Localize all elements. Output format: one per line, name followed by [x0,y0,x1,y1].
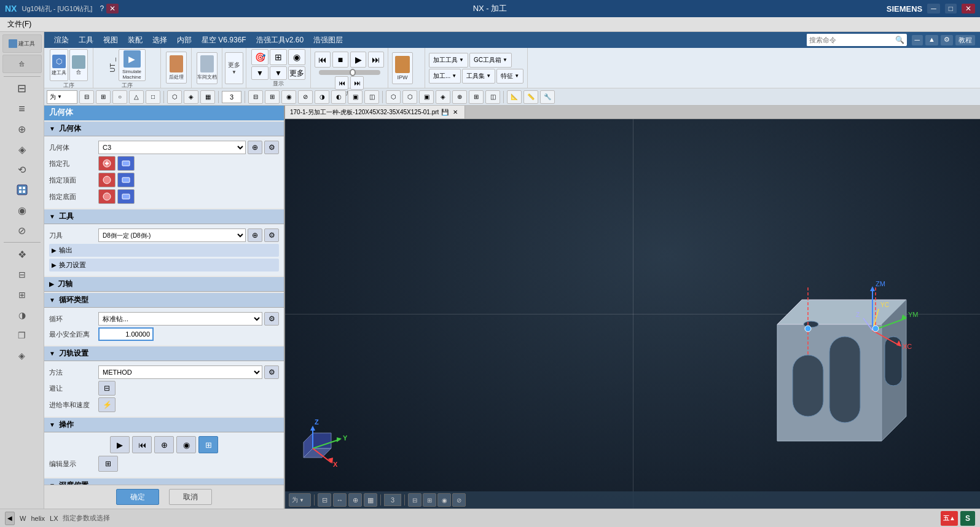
more-btn-1[interactable]: 更多 ▼ [225,52,243,84]
st-3d-1[interactable]: ⬡ [386,90,401,104]
nx-win-close2[interactable]: ⚙ [941,35,953,45]
vp-btn-3[interactable]: ⊕ [348,493,362,507]
st-dropdown-1[interactable]: 为 ▼ [47,90,77,104]
nx-menu-haoqiang[interactable]: 浩强工具v2.60 [251,34,308,47]
display-btn-5[interactable]: ▼ [270,66,287,80]
combine-btn[interactable]: 合 [69,49,88,81]
mfg-tool-btn1[interactable]: 加工工具 ▼ [429,53,468,68]
left-icon-13[interactable]: ❐ [9,326,35,345]
st-btn-4[interactable]: △ [129,90,144,104]
display-btn-6[interactable]: 更多 [288,66,305,80]
left-tool-combine[interactable]: 合 [2,55,42,73]
st-align-2[interactable]: ⊞ [265,90,280,104]
section-cycle-header[interactable]: ▼ 循环类型 [44,293,284,308]
section-depth-header[interactable]: ▼ 深度偏置 [44,478,284,485]
geom-edit-btn[interactable]: ⚙ [264,141,279,154]
left-tool-create[interactable]: 建工具 [2,34,42,53]
st-measure-2[interactable]: 📏 [523,90,538,104]
vp-btn-7[interactable]: ◉ [437,493,451,507]
specify-top-btn2[interactable] [117,173,135,187]
play-stop[interactable]: ■ [332,52,348,68]
tool-add-btn[interactable]: ⊕ [248,228,262,242]
left-icon-3[interactable]: ⊕ [9,119,35,139]
tool-change-subsection[interactable]: ▶ 换刀设置 [49,259,279,271]
section-path-header[interactable]: ▼ 刀轨设置 [44,346,284,361]
nx-menu-tools[interactable]: 工具 [74,34,98,47]
tool-edit-btn[interactable]: ⚙ [264,228,279,242]
section-ops-header[interactable]: ▼ 操作 [44,418,284,432]
nx-menu-render[interactable]: 渲染 [49,34,74,47]
vp-btn-1[interactable]: ⊟ [318,493,331,507]
left-icon-9[interactable]: ❖ [9,244,35,264]
gc-tool-btn[interactable]: GC工具箱 ▼ [469,53,512,68]
simulate-btn[interactable]: ▶ SimulateMachine [119,49,146,81]
vp-view-dropdown[interactable]: 为 ▼ [289,493,311,507]
display-btn-2[interactable]: ⊞ [270,49,287,65]
nx-menu-internal[interactable]: 内部 [172,34,197,47]
cancel-btn[interactable]: 取消 [169,489,212,505]
nx-menu-haotu[interactable]: 浩强图层 [308,34,348,47]
st-shape-3[interactable]: ▦ [200,90,215,104]
st-btn-2[interactable]: ⊞ [96,90,111,104]
left-icon-10[interactable]: ⊟ [9,265,35,284]
workshop-btn[interactable]: 车间文档 [197,52,218,84]
st-btn-3[interactable]: ○ [112,90,127,104]
geom-add-btn[interactable]: ⊕ [248,141,262,154]
specify-bottom-btn2[interactable] [117,189,135,204]
left-icon-12[interactable]: ◑ [9,305,35,325]
st-3d-5[interactable]: ⊕ [452,90,467,104]
file-tab-active[interactable]: 170-1-另加工一种-虎板-120X45X32-35X45X125-01.pr… [285,104,465,119]
win-close[interactable]: ✕ [962,4,975,14]
left-icon-8[interactable]: ⊘ [9,221,35,240]
left-icon-11[interactable]: ⊞ [9,285,35,305]
st-measure-3[interactable]: 🔧 [540,90,555,104]
win-max[interactable]: □ [945,4,957,14]
op-btn-4[interactable]: ◉ [176,436,196,453]
postprocess-btn[interactable]: 后处理 [166,52,187,84]
st-align-1[interactable]: ⊟ [248,90,263,104]
left-icon-7[interactable]: ◉ [9,200,35,220]
ipw-btn[interactable]: IPW [392,52,413,84]
specify-bottom-btn1[interactable] [98,189,116,204]
nx-menu-starsky[interactable]: 星空 V6.936F [197,34,251,47]
st-shape-1[interactable]: ⬡ [167,90,182,104]
edit-display-btn[interactable]: ⊞ [98,456,118,472]
nx-menu-select[interactable]: 选择 [147,34,172,47]
confirm-btn[interactable]: 确定 [116,489,159,505]
play-back-prev[interactable]: ⏮ [335,76,348,90]
st-3d-3[interactable]: ▣ [419,90,434,104]
file-tab-close[interactable]: ✕ [451,108,460,116]
nx-menu-view[interactable]: 视图 [98,34,123,47]
st-btn-filter[interactable]: ⊟ [79,90,94,104]
play-next[interactable]: ⏭ [368,52,384,68]
play-btn[interactable]: ▶ [350,52,366,68]
st-3d-2[interactable]: ⬡ [402,90,417,104]
avoid-btn[interactable]: ⊟ [98,381,116,396]
vp-btn-4[interactable]: ▦ [364,493,377,507]
st-3d-4[interactable]: ◈ [436,90,450,104]
display-btn-1[interactable]: 🎯 [251,49,269,65]
vp-btn-2[interactable]: ↔ [333,493,347,507]
display-btn-4[interactable]: ▼ [251,66,269,80]
nx-win-restore[interactable]: ▲ [925,35,938,45]
nx-menu-assemble[interactable]: 装配 [123,34,147,47]
st-btn-5[interactable]: □ [146,90,160,104]
st-align-3[interactable]: ◉ [281,90,296,104]
vp-btn-5[interactable]: ⊟ [408,493,421,507]
st-align-7[interactable]: ▣ [348,90,363,104]
op-btn-generate[interactable]: ⊞ [198,436,218,453]
op-btn-2[interactable]: ⏮ [132,436,152,453]
win-min[interactable]: ─ [927,4,940,14]
left-icon-6[interactable] [9,180,35,200]
vp-btn-8[interactable]: ⊘ [452,493,466,507]
mfg-btn2[interactable]: 加工... ▼ [429,69,461,84]
cycle-edit-btn[interactable]: ⚙ [264,312,279,326]
search-input[interactable] [807,34,893,46]
left-icon-14[interactable]: ◈ [9,346,35,365]
feedrate-btn[interactable]: ⚡ [98,397,116,412]
dialog-help[interactable]: ? [100,4,104,13]
nx-help[interactable]: 教程 [955,35,975,45]
op-btn-3[interactable]: ⊕ [154,436,174,453]
geometry-select[interactable]: C3 [98,141,246,154]
left-icon-1[interactable]: ⊟ [9,79,35,98]
